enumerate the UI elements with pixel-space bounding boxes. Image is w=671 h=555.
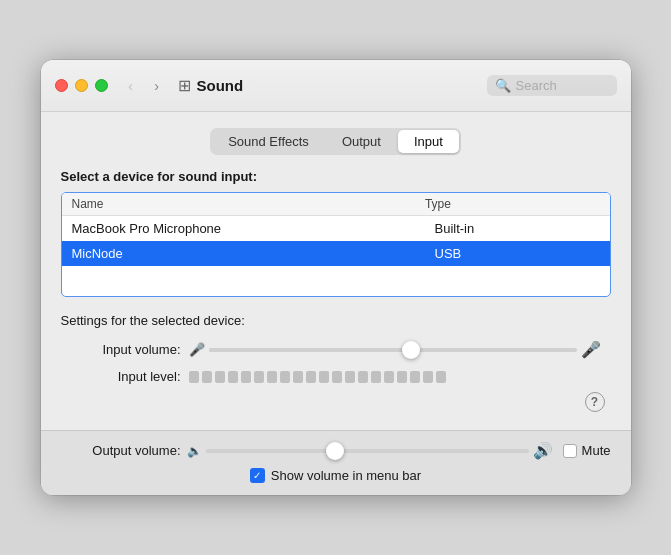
level-bar xyxy=(202,371,212,383)
maximize-button[interactable] xyxy=(95,79,108,92)
tabs: Sound Effects Output Input xyxy=(61,128,611,155)
output-volume-row: Output volume: 🔈 🔊 Mute xyxy=(61,441,611,460)
search-placeholder: Search xyxy=(516,78,557,93)
back-button[interactable]: ‹ xyxy=(120,75,142,97)
level-bar xyxy=(319,371,329,383)
main-window: ‹ › ⊞ Sound 🔍 Search Sound Effects Outpu… xyxy=(41,60,631,495)
settings-section: Settings for the selected device: Input … xyxy=(61,313,611,412)
device-type-0: Built-in xyxy=(435,221,600,236)
level-bar xyxy=(436,371,446,383)
tab-sound-effects[interactable]: Sound Effects xyxy=(212,130,325,153)
input-volume-label: Input volume: xyxy=(71,342,181,357)
bottom-bar: Output volume: 🔈 🔊 Mute ✓ Show volume in… xyxy=(41,430,631,495)
vol-low-icon: 🔈 xyxy=(187,444,202,458)
input-level-label: Input level: xyxy=(71,369,181,384)
level-bar xyxy=(397,371,407,383)
nav-buttons: ‹ › xyxy=(120,75,168,97)
show-volume-label: Show volume in menu bar xyxy=(271,468,421,483)
input-level-row: Input level: xyxy=(61,369,611,384)
traffic-lights xyxy=(55,79,108,92)
search-icon: 🔍 xyxy=(495,78,511,93)
vol-high-icon: 🔊 xyxy=(533,441,553,460)
level-bar xyxy=(228,371,238,383)
output-volume-label: Output volume: xyxy=(61,443,181,458)
mic-large-icon: 🎤 xyxy=(581,340,601,359)
settings-label: Settings for the selected device: xyxy=(61,313,611,328)
level-bar xyxy=(358,371,368,383)
level-bar xyxy=(267,371,277,383)
level-bar xyxy=(293,371,303,383)
level-bar xyxy=(241,371,251,383)
table-row[interactable]: MacBook Pro Microphone Built-in xyxy=(62,216,610,241)
input-volume-row: Input volume: 🎤 🎤 xyxy=(61,340,611,359)
tab-output[interactable]: Output xyxy=(326,130,397,153)
close-button[interactable] xyxy=(55,79,68,92)
tab-group: Sound Effects Output Input xyxy=(210,128,461,155)
section-heading: Select a device for sound input: xyxy=(61,169,611,184)
table-body: MacBook Pro Microphone Built-in MicNode … xyxy=(62,216,610,296)
level-bar xyxy=(384,371,394,383)
device-type-1: USB xyxy=(435,246,600,261)
level-bar xyxy=(306,371,316,383)
forward-button[interactable]: › xyxy=(146,75,168,97)
level-bar xyxy=(345,371,355,383)
input-volume-track[interactable] xyxy=(209,348,577,352)
level-bar xyxy=(410,371,420,383)
table-row[interactable]: MicNode USB xyxy=(62,241,610,266)
output-volume-slider[interactable] xyxy=(206,449,529,453)
level-bar xyxy=(371,371,381,383)
level-bars xyxy=(189,371,446,383)
search-box[interactable]: 🔍 Search xyxy=(487,75,617,96)
level-bar xyxy=(280,371,290,383)
window-title: Sound xyxy=(197,77,487,94)
checkmark-icon: ✓ xyxy=(253,470,261,481)
level-bar xyxy=(215,371,225,383)
col-name-header: Name xyxy=(72,197,425,211)
scroll-spacer xyxy=(586,197,600,211)
mic-small-icon: 🎤 xyxy=(189,342,205,357)
mute-checkbox[interactable] xyxy=(563,444,577,458)
titlebar: ‹ › ⊞ Sound 🔍 Search xyxy=(41,60,631,112)
device-name-1: MicNode xyxy=(72,246,435,261)
level-bar xyxy=(254,371,264,383)
col-type-header: Type xyxy=(425,197,586,211)
menu-bar-row: ✓ Show volume in menu bar xyxy=(61,468,611,483)
help-button[interactable]: ? xyxy=(585,392,605,412)
level-bar xyxy=(189,371,199,383)
level-bar xyxy=(423,371,433,383)
main-content: Sound Effects Output Input Select a devi… xyxy=(41,112,631,430)
device-table: Name Type MacBook Pro Microphone Built-i… xyxy=(61,192,611,297)
device-name-0: MacBook Pro Microphone xyxy=(72,221,435,236)
app-grid-icon: ⊞ xyxy=(178,76,191,95)
show-volume-checkbox[interactable]: ✓ xyxy=(250,468,265,483)
table-header: Name Type xyxy=(62,193,610,216)
level-bar xyxy=(332,371,342,383)
help-row: ? xyxy=(61,392,611,412)
minimize-button[interactable] xyxy=(75,79,88,92)
tab-input[interactable]: Input xyxy=(398,130,459,153)
mute-section: Mute xyxy=(563,443,611,458)
mute-label: Mute xyxy=(582,443,611,458)
